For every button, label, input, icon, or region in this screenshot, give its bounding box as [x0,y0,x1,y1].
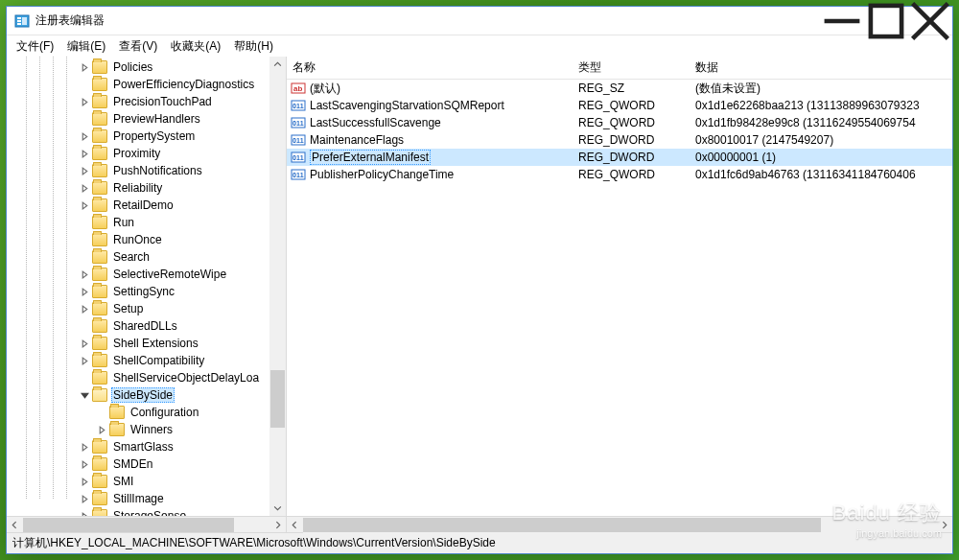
tree-item[interactable]: Reliability [7,179,286,197]
chevron-right-icon[interactable] [80,287,90,297]
column-headers: 名称 类型 数据 [287,57,952,80]
tree-item[interactable]: SMDEn [7,455,286,473]
string-value-icon: ab [291,81,306,96]
tree-item[interactable]: Search [7,248,286,266]
value-row[interactable]: 011PublisherPolicyChangeTimeREG_QWORD0x1… [287,166,952,183]
tree-item[interactable]: SelectiveRemoteWipe [7,266,286,283]
tree-item-label: SideBySide [111,387,175,403]
tree-item[interactable]: Policies [7,58,286,76]
tree-item[interactable]: Run [7,214,286,231]
menubar: 文件(F) 编辑(E) 查看(V) 收藏夹(A) 帮助(H) [7,35,952,57]
tree-item-label: StorageSense [111,509,188,516]
tree-item[interactable]: SharedDLLs [7,317,286,335]
tree-item[interactable]: SMI [7,473,286,490]
tree-item[interactable]: PropertySystem [7,128,286,145]
tree-item[interactable]: SideBySide [7,386,286,404]
chevron-right-icon[interactable] [80,459,90,470]
value-row[interactable]: 011PreferExternalManifestREG_DWORD0x0000… [287,149,952,166]
value-row[interactable]: 011LastSuccessfullScavengeREG_QWORD0x1d1… [287,114,952,131]
svg-text:ab: ab [293,84,302,93]
chevron-right-icon[interactable] [80,477,90,487]
binary-value-icon: 011 [291,150,306,165]
chevron-right-icon[interactable] [80,97,90,107]
value-row[interactable]: 011MaintenanceFlagsREG_DWORD0x80010017 (… [287,131,952,149]
tree-item[interactable]: PushNotifications [7,162,286,179]
chevron-right-icon[interactable] [80,62,90,73]
tree-item[interactable]: Shell Extensions [7,335,286,352]
folder-icon [92,285,107,298]
tree-item[interactable]: RetailDemo [7,197,286,214]
tree-item[interactable]: SmartGlass [7,438,286,455]
list-hscroll-thumb[interactable] [303,518,821,532]
tree-item[interactable]: Setup [7,300,286,317]
tree-hscroll-thumb[interactable] [23,518,234,532]
chevron-right-icon[interactable] [80,131,90,142]
tree-item[interactable]: SettingSync [7,283,286,300]
svg-rect-4 [22,17,27,25]
tree-item[interactable]: ShellServiceObjectDelayLoa [7,369,286,386]
column-data[interactable]: 数据 [690,57,952,79]
chevron-right-icon[interactable] [80,183,90,194]
tree-vertical-scrollbar[interactable] [269,57,286,516]
folder-icon [92,440,107,454]
chevron-right-icon[interactable] [80,304,90,315]
scroll-down-icon[interactable] [269,500,286,516]
tree-item-label: Proximity [111,147,162,160]
folder-icon [92,112,107,126]
tree-item[interactable]: Winners [7,421,286,438]
chevron-down-icon[interactable] [80,390,90,401]
tree-item[interactable]: Proximity [7,145,286,162]
scroll-left-icon[interactable] [7,517,23,533]
value-row[interactable]: ab(默认)REG_SZ(数值未设置) [287,80,952,97]
scroll-left-icon[interactable] [287,517,303,533]
scroll-right-icon[interactable] [269,517,286,533]
chevron-right-icon[interactable] [80,149,90,159]
tree-item[interactable]: RunOnce [7,231,286,248]
tree-item[interactable]: ShellCompatibility [7,352,286,369]
menu-file[interactable]: 文件(F) [11,36,59,57]
maximize-button[interactable] [864,7,908,35]
value-type: REG_QWORD [573,99,690,112]
value-type: REG_SZ [573,82,690,95]
value-type: REG_QWORD [573,168,690,181]
menu-edit[interactable]: 编辑(E) [61,36,111,57]
folder-icon [92,147,107,160]
close-button[interactable] [908,7,952,35]
tree-item[interactable]: StillImage [7,490,286,507]
tree-item[interactable]: PreviewHandlers [7,110,286,128]
menu-view[interactable]: 查看(V) [113,36,163,57]
tree-item-label: Winners [129,423,175,436]
column-name[interactable]: 名称 [287,57,573,79]
chevron-right-icon[interactable] [80,356,90,366]
menu-help[interactable]: 帮助(H) [228,36,279,57]
chevron-right-icon[interactable] [80,442,90,453]
scroll-up-icon[interactable] [269,57,286,73]
value-row[interactable]: 011LastScavengingStarvationSQMReportREG_… [287,97,952,114]
tree-scrollbar-thumb[interactable] [270,370,285,428]
list-horizontal-scrollbar[interactable] [287,516,952,532]
tree-item[interactable]: Configuration [7,404,286,421]
scroll-right-icon[interactable] [936,517,952,533]
svg-rect-1 [17,17,21,19]
value-name: (默认) [310,81,340,97]
chevron-right-icon[interactable] [97,425,107,435]
tree-item[interactable]: StorageSense [7,507,286,516]
chevron-right-icon[interactable] [80,269,90,280]
tree-item[interactable]: PowerEfficiencyDiagnostics [7,76,286,93]
chevron-right-icon[interactable] [80,338,90,349]
tree-item[interactable]: PrecisionTouchPad [7,93,286,110]
minimize-button[interactable] [820,7,864,35]
folder-icon [92,388,107,402]
chevron-right-icon[interactable] [80,200,90,211]
titlebar[interactable]: 注册表编辑器 [7,7,952,35]
chevron-right-icon[interactable] [80,494,90,504]
column-type[interactable]: 类型 [573,57,690,79]
menu-favorites[interactable]: 收藏夹(A) [165,36,226,57]
folder-icon [92,60,107,74]
chevron-right-icon[interactable] [80,166,90,176]
tree-item-label: SMDEn [111,457,154,471]
chevron-right-icon[interactable] [80,511,90,517]
value-type: REG_QWORD [573,116,690,129]
tree-item-label: SelectiveRemoteWipe [111,268,228,281]
tree-horizontal-scrollbar[interactable] [7,516,286,532]
